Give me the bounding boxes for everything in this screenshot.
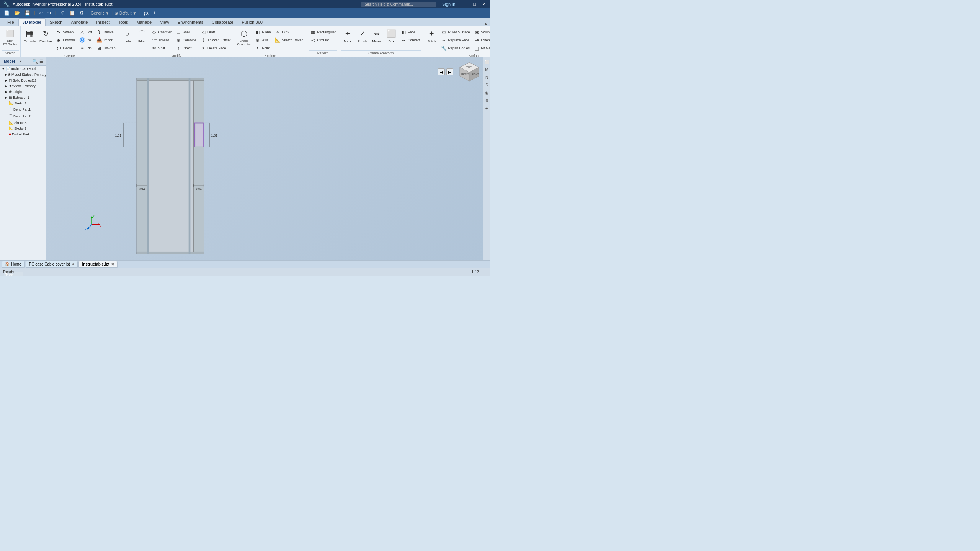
tree-item-view[interactable]: ▶ 👁 View: [Primary] — [0, 83, 46, 89]
box-button[interactable]: ⬜ Box — [384, 28, 398, 44]
split-button[interactable]: ✂ Split — [150, 44, 173, 52]
properties-button[interactable]: 📋 — [68, 10, 77, 16]
tree-item-sketch2[interactable]: 📐 Sketch2 — [0, 100, 46, 106]
tree-item-sketch5[interactable]: 📐 Sketch5 — [0, 120, 46, 126]
tab-instructable-close[interactable]: ✕ — [111, 262, 114, 266]
tab-inspect[interactable]: Inspect — [92, 18, 114, 26]
panel-btn-5[interactable]: ◉ — [484, 90, 490, 96]
search-box[interactable]: Search Help & Commands... — [361, 2, 436, 7]
fx-button[interactable]: ƒx — [142, 10, 150, 16]
chamfer-button[interactable]: ◇ Chamfer — [150, 28, 173, 36]
shape-generator-button[interactable]: ⬡ ShapeGenerator — [235, 28, 252, 47]
shell-button[interactable]: □ Shell — [174, 28, 198, 36]
point-button[interactable]: • Point — [253, 44, 272, 52]
ucs-button[interactable]: ⌖ UCS — [273, 28, 305, 36]
rectangular-button[interactable]: ▦ Rectangular — [309, 28, 338, 36]
mark-button[interactable]: ✦ Mark — [341, 28, 354, 44]
thicken-offset-button[interactable]: ⇕ Thicken/ Offset — [199, 36, 232, 44]
panel-btn-4[interactable]: S — [484, 82, 490, 88]
finish-button[interactable]: ✓ Finish — [355, 28, 369, 44]
tree-item-bend-part2[interactable]: ⌒ Bend Part2 — [0, 113, 46, 120]
tab-collaborate[interactable]: Collaborate — [207, 18, 237, 26]
open-button[interactable]: 📂 — [13, 10, 21, 16]
extend-button[interactable]: ⇥ Extend — [472, 36, 490, 44]
hole-button[interactable]: ○ Hole — [121, 28, 134, 44]
tab-environments[interactable]: Environments — [173, 18, 207, 26]
emboss-button[interactable]: ◉ Emboss — [54, 36, 77, 44]
sign-in-button[interactable]: Sign In — [439, 2, 458, 7]
stitch-button[interactable]: ✦ Stitch — [425, 28, 439, 44]
tree-item-bend-part1[interactable]: ⌒ Bend Part1 — [0, 106, 46, 113]
status-expand[interactable]: ☰ — [483, 270, 487, 274]
options-button[interactable]: ⚙ — [78, 10, 85, 16]
tab-file[interactable]: File — [3, 18, 18, 26]
derive-button[interactable]: ⤵ Derive — [95, 28, 117, 36]
fit-mesh-face-button[interactable]: ◫ Fit Mesh Face — [472, 44, 490, 52]
nav-next-button[interactable]: ▶ — [446, 68, 453, 75]
sidebar-tab-model[interactable]: Model — [2, 59, 16, 64]
revolve-button[interactable]: ↻ Revolve — [38, 28, 54, 44]
tab-pc-case[interactable]: PC case Cable cover.ipt ✕ — [26, 261, 78, 268]
tab-annotate[interactable]: Annotate — [67, 18, 92, 26]
close-button[interactable]: ✕ — [480, 2, 487, 7]
tab-view[interactable]: View — [156, 18, 173, 26]
tree-item-solid-bodies[interactable]: ▶ ◻ Solid Bodies(1) — [0, 77, 46, 83]
delete-face-button[interactable]: ✕ Delete Face — [199, 44, 232, 52]
loft-button[interactable]: △ Loft — [78, 28, 94, 36]
maximize-button[interactable]: □ — [472, 2, 477, 7]
tab-fusion-360[interactable]: Fusion 360 — [237, 18, 266, 26]
ribbon-expand[interactable]: ▲ — [484, 21, 490, 26]
add-button[interactable]: + — [152, 10, 157, 16]
panel-btn-6[interactable]: ⊕ — [484, 97, 490, 103]
redo-button[interactable]: ↪ — [46, 10, 53, 16]
panel-btn-2[interactable]: M — [484, 67, 490, 73]
combine-button[interactable]: ⊕ Combine — [174, 36, 198, 44]
replace-face-button[interactable]: ↔ Replace Face — [439, 36, 472, 44]
convert-button[interactable]: ↔ Convert — [399, 36, 421, 44]
direct-button[interactable]: ↑ Direct — [174, 44, 198, 52]
panel-btn-3[interactable]: N — [484, 74, 490, 80]
sweep-button[interactable]: 〜 Sweep — [54, 28, 77, 36]
tab-home[interactable]: 🏠 Home — [2, 261, 25, 268]
mirror-button[interactable]: ⇔ Mirror — [370, 28, 384, 44]
face-button[interactable]: ◧ Face — [399, 28, 421, 36]
sidebar-menu-icon[interactable]: ☰ — [39, 59, 43, 64]
draft-button[interactable]: ◁ Draft — [199, 28, 232, 36]
viewport[interactable]: 1.81 1.81 .394 .394 Y — [46, 57, 490, 260]
repair-bodies-button[interactable]: 🔧 Repair Bodies — [439, 44, 472, 52]
minimize-button[interactable]: — — [461, 2, 469, 7]
extrude-button[interactable]: ▦ Extrude — [22, 28, 37, 44]
sidebar-search-icon[interactable]: 🔍 — [33, 59, 38, 64]
nav-prev-button[interactable]: ◀ — [438, 68, 445, 75]
plane-button[interactable]: ◧ Plane — [253, 28, 272, 36]
sketch-driven-button[interactable]: 📐 Sketch Driven — [273, 36, 305, 44]
fillet-button[interactable]: ⌒ Fillet — [135, 28, 149, 44]
import-button[interactable]: 📥 Import — [95, 36, 117, 44]
tree-item-end-of-part[interactable]: ■ End of Part — [0, 131, 46, 137]
decal-button[interactable]: 🏷 Decal — [54, 44, 77, 52]
tab-tools[interactable]: Tools — [114, 18, 132, 26]
circular-button[interactable]: ◎ Circular — [309, 36, 338, 44]
panel-btn-7[interactable]: ◈ — [484, 105, 490, 111]
view-cube[interactable]: TOP FRONT RIGHT — [458, 60, 481, 83]
tab-pc-case-close[interactable]: ✕ — [71, 262, 74, 266]
rib-button[interactable]: ≡ Rib — [78, 44, 94, 52]
tab-instructable[interactable]: instructable.ipt ✕ — [78, 261, 118, 268]
axis-button[interactable]: ⊕ Axis — [253, 36, 272, 44]
start-2d-sketch-button[interactable]: ⬜ Start2D Sketch — [2, 28, 19, 47]
sidebar-tab-close[interactable]: × — [18, 59, 23, 64]
panel-btn-1[interactable]: ⬜ — [484, 59, 490, 65]
tree-item-file[interactable]: ▼ 📄 instructable.ipt — [0, 66, 46, 72]
coil-button[interactable]: 🌀 Coil — [78, 36, 94, 44]
new-button[interactable]: 📄 — [2, 10, 11, 16]
undo-button[interactable]: ↩ — [38, 10, 44, 16]
tree-item-model-states[interactable]: ▶ ◈ Model States: [Primary] — [0, 72, 46, 77]
tree-item-origin[interactable]: ▶ ⊕ Origin — [0, 89, 46, 95]
ruled-surface-button[interactable]: ▭ Ruled Surface — [439, 28, 472, 36]
tree-item-extrusion1[interactable]: ▶ ▦ Extrusion1 — [0, 95, 46, 100]
print-button[interactable]: 🖨 — [59, 10, 66, 16]
thread-button[interactable]: 〰 Thread — [150, 36, 173, 44]
tree-item-sketch6[interactable]: 📐 Sketch6 — [0, 126, 46, 131]
tab-manage[interactable]: Manage — [132, 18, 156, 26]
save-button[interactable]: 💾 — [23, 10, 32, 16]
